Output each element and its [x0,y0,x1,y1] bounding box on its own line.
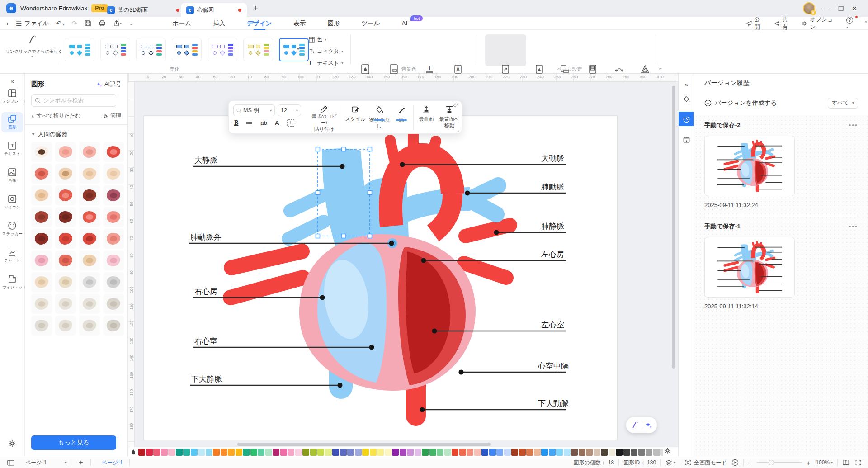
organ-shape-item[interactable] [79,164,100,184]
label-pulmonary-artery[interactable]: 肺動脈 [541,183,564,191]
color-swatch[interactable] [221,449,227,456]
ai-wand-button[interactable] [631,421,639,429]
document-tab-leaf[interactable]: e 葉の3D断面 [102,3,185,17]
color-swatch[interactable] [467,449,473,456]
font-size-select[interactable]: 12▾ [278,104,301,116]
color-swatch[interactable] [332,449,339,456]
color-swatch[interactable] [183,449,190,456]
save-button[interactable] [85,20,91,27]
label-inferior-vena-cava[interactable]: 下大静脈 [191,375,222,383]
color-swatch[interactable] [213,449,220,456]
label-ventricular-septum[interactable]: 心室中隔 [538,362,569,370]
presentation-tab[interactable] [679,132,694,147]
organ-shape-item[interactable] [55,251,76,270]
zoom-level-select[interactable]: 100%▾ [816,459,833,466]
character-spacing-button[interactable]: ab [260,119,267,126]
back-icon[interactable]: ‹ [6,19,9,27]
send-to-back-button[interactable]: 最背面へ移動 [438,105,461,129]
organ-shape-item[interactable] [79,272,100,292]
color-swatch[interactable] [653,449,660,456]
tab-home[interactable]: ホーム [171,19,193,28]
color-swatch[interactable] [631,449,637,456]
color-swatch[interactable] [646,449,652,456]
organ-shape-item[interactable] [55,142,76,162]
options-button[interactable]: オプション [801,16,838,31]
sidebar-item-widgets[interactable]: ウィジェット [1,272,23,293]
export-button[interactable]: ▾ [113,20,122,27]
sidebar-item-shapes[interactable]: 図形 [1,112,23,132]
group-expand-icon[interactable]: ⌐ [659,66,662,71]
page-selector[interactable]: ページ-1▾ [25,459,66,467]
one-click-beautify-button[interactable]: ワンクリックでさらに美しく ▼ [5,34,59,58]
organ-shape-item[interactable] [79,142,100,162]
organ-shape-item[interactable] [79,316,100,336]
tab-tools[interactable]: ツール [359,19,382,28]
color-swatch[interactable] [250,449,257,456]
expand-panel-icon[interactable]: » [679,77,694,92]
zoom-in-button[interactable]: + [807,459,811,467]
file-menu[interactable]: ☰ファイル [16,19,49,28]
color-swatch[interactable] [355,449,362,456]
label-right-atrium[interactable]: 右心房 [194,287,217,296]
organ-shape-item[interactable] [55,272,76,292]
tab-insert[interactable]: 挿入 [211,19,227,28]
bold-button[interactable]: B [234,119,238,127]
redo-button[interactable]: ↷ [72,19,78,28]
color-swatch[interactable] [481,449,488,456]
color-swatch[interactable] [340,449,347,456]
theme-tile[interactable] [65,38,94,61]
section-human-organs[interactable]: ▼ 人間の臓器 [25,125,127,142]
label-aorta[interactable]: 大動脈 [541,154,564,163]
version-thumbnail[interactable] [704,136,795,196]
organ-shape-item[interactable] [103,164,124,184]
color-swatch[interactable] [317,449,324,456]
color-swatch[interactable] [556,449,563,456]
version-more-button[interactable]: ••• [849,223,858,230]
color-swatch[interactable] [571,449,578,456]
tab-design[interactable]: デザイン [245,19,274,28]
organ-shape-item[interactable] [103,185,124,205]
theme-tile[interactable] [136,38,166,61]
version-more-button[interactable]: ••• [849,122,858,129]
color-swatch[interactable] [541,449,548,456]
color-swatch[interactable] [623,449,630,456]
color-swatch[interactable] [579,449,585,456]
color-swatch[interactable] [407,449,414,456]
sidebar-item-templates[interactable]: テンプレート [1,86,23,107]
layers-button[interactable]: ▾ [665,459,675,466]
vertical-scrollbar[interactable] [672,86,675,369]
organ-shape-item[interactable] [31,294,52,314]
strikethrough-button[interactable] [246,120,253,126]
color-swatch[interactable] [660,449,663,456]
color-swatch[interactable] [153,449,160,456]
color-swatch[interactable] [258,449,264,456]
color-swatch[interactable] [302,449,309,456]
version-thumbnail[interactable] [704,237,795,298]
theme-tile[interactable] [208,38,237,61]
paint-drop-icon[interactable] [130,449,137,456]
organ-shape-item[interactable] [103,251,124,270]
organ-shape-item[interactable] [31,207,52,227]
sidebar-item-charts[interactable]: チャート [1,246,23,266]
bring-to-front-button[interactable]: 最前面 [416,105,437,123]
organ-shape-item[interactable] [55,207,76,227]
color-swatch[interactable] [168,449,175,456]
organ-shape-item[interactable] [103,229,124,249]
organ-shape-item[interactable] [79,251,100,270]
color-swatch[interactable] [489,449,496,456]
restore-button[interactable]: ❐ [834,3,848,14]
color-swatch[interactable] [206,449,212,456]
label-pulmonary-vein[interactable]: 肺静脈 [541,222,564,231]
color-swatch[interactable] [288,449,294,456]
format-paint-icon[interactable] [679,92,694,106]
color-swatch[interactable] [138,449,145,456]
organ-shape-item[interactable] [79,207,100,227]
help-button[interactable]: ? ▾ [846,17,856,30]
label-pulmonary-valve[interactable]: 肺動脈弁 [190,233,221,241]
ai-symbols-link[interactable]: AI記号 [96,80,121,88]
label-vena-cava[interactable]: 大静脈 [194,156,217,165]
text-menu[interactable]: Tテキスト▾ [309,59,343,67]
color-swatch[interactable] [265,449,272,456]
sidebar-item-text[interactable]: T テキスト [1,139,23,159]
avatar[interactable]: ♛ [803,2,815,14]
